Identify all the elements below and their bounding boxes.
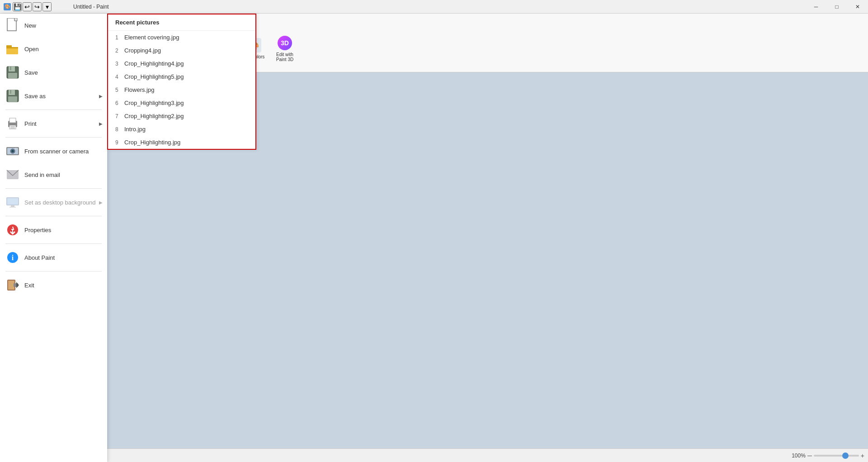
recent-file-6: Crop_Highlighting3.jpg: [124, 100, 184, 106]
open-label: Open: [24, 46, 39, 52]
minimize-button[interactable]: ─: [806, 0, 826, 14]
redo-quick-btn[interactable]: ↪: [33, 2, 42, 11]
recent-item-1[interactable]: 1 Element covering.jpg: [108, 31, 255, 44]
recent-item-9[interactable]: 9 Crop_Highlighting.jpg: [108, 136, 255, 149]
recent-num-6: 6: [115, 100, 124, 106]
recent-num-1: 1: [115, 34, 124, 41]
open-icon: [5, 42, 20, 56]
recent-file-3: Crop_Highlighting4.jpg: [124, 60, 184, 67]
recent-num-4: 4: [115, 74, 124, 80]
recent-num-5: 5: [115, 87, 124, 93]
window-controls: ─ □ ✕: [806, 0, 868, 14]
scanner-icon: [5, 144, 20, 158]
edit-paint3d-button[interactable]: 3D Edit with Paint 3D: [271, 31, 298, 67]
svg-marker-39: [16, 282, 19, 288]
window-title: Untitled - Paint: [73, 4, 109, 10]
print-arrow: ▶: [99, 121, 103, 126]
menu-item-about[interactable]: i About Paint: [0, 246, 107, 269]
undo-quick-btn[interactable]: ↩: [23, 2, 32, 11]
svg-rect-9: [6, 47, 18, 48]
svg-rect-30: [7, 198, 18, 205]
desktop-icon: [5, 195, 20, 210]
zoom-slider-track[interactable]: [814, 455, 859, 457]
separator-4: [5, 216, 102, 216]
svg-rect-17: [8, 96, 17, 102]
recent-item-4[interactable]: 4 Crop_Highlighting5.jpg: [108, 70, 255, 83]
menu-item-properties[interactable]: Properties: [0, 218, 107, 242]
menu-item-scanner[interactable]: From scanner or camera: [0, 139, 107, 163]
zoom-out-button[interactable]: ─: [807, 452, 812, 459]
canvas-surface[interactable]: [262, 81, 868, 448]
zoom-controls: 100% ─ +: [792, 452, 864, 459]
recent-panel: Recent pictures 1 Element covering.jpg 2…: [107, 14, 256, 150]
recent-file-1: Element covering.jpg: [124, 34, 179, 41]
svg-rect-19: [9, 118, 16, 123]
svg-rect-13: [8, 73, 17, 78]
save-as-arrow: ▶: [99, 94, 103, 99]
exit-icon: [5, 278, 20, 292]
zoom-value: 100%: [792, 452, 806, 459]
svg-rect-11: [9, 67, 15, 71]
recent-item-7[interactable]: 7 Crop_Highlighting2.jpg: [108, 110, 255, 123]
zoom-in-button[interactable]: +: [861, 452, 864, 459]
recent-header: Recent pictures: [108, 14, 255, 31]
titlebar-left: 🎨 💾 ↩ ↪ ▾ Untitled - Paint: [0, 2, 109, 11]
paint3d-icon: 3D: [278, 36, 292, 50]
save-as-icon: [5, 89, 20, 103]
separator-3: [5, 188, 102, 189]
titlebar: 🎨 💾 ↩ ↪ ▾ Untitled - Paint ─ □ ✕: [0, 0, 868, 14]
menu-item-email[interactable]: Send in email: [0, 163, 107, 186]
about-label: About Paint: [24, 254, 55, 261]
exit-label: Exit: [24, 282, 34, 289]
maximize-button[interactable]: □: [826, 0, 847, 14]
separator-2: [5, 137, 102, 138]
menu-item-open[interactable]: Open: [0, 37, 107, 61]
properties-label: Properties: [24, 227, 51, 233]
recent-item-8[interactable]: 8 Intro.jpg: [108, 123, 255, 136]
email-label: Send in email: [24, 171, 60, 178]
menu-item-print[interactable]: Print ▶: [0, 112, 107, 135]
svg-point-26: [11, 150, 14, 152]
menu-item-new[interactable]: New: [0, 14, 107, 37]
recent-file-2: Cropping4.jpg: [124, 47, 161, 54]
menu-item-desktop[interactable]: Set as desktop background ▶: [0, 191, 107, 214]
separator-5: [5, 243, 102, 244]
save-label: Save: [24, 69, 38, 76]
about-icon: i: [5, 250, 20, 265]
recent-item-3[interactable]: 3 Crop_Highlighting4.jpg: [108, 57, 255, 70]
svg-rect-20: [9, 125, 16, 129]
recent-num-9: 9: [115, 139, 124, 146]
separator-1: [5, 110, 102, 110]
recent-file-7: Crop_Highlighting2.jpg: [124, 113, 184, 119]
separator-6: [5, 271, 102, 271]
svg-rect-31: [11, 205, 14, 207]
file-menu: New Open Save: [0, 14, 107, 462]
svg-text:i: i: [12, 254, 14, 262]
properties-icon: [5, 223, 20, 237]
recent-item-2[interactable]: 2 Cropping4.jpg: [108, 44, 255, 57]
save-quick-btn[interactable]: 💾: [13, 2, 22, 11]
recent-file-4: Crop_Highlighting5.jpg: [124, 73, 184, 80]
svg-rect-21: [10, 126, 15, 127]
menu-item-save-as[interactable]: Save as ▶: [0, 84, 107, 108]
customize-quick-btn[interactable]: ▾: [42, 2, 52, 11]
edit-paint3d-label: Edit with Paint 3D: [271, 52, 298, 62]
statusbar: ✛ ⬚ ⬚ 599 × 612px 100% ─ +: [0, 448, 868, 462]
svg-point-27: [15, 148, 17, 149]
app-icon: 🎨: [4, 3, 11, 10]
zoom-slider-thumb[interactable]: [842, 452, 849, 459]
save-as-label: Save as: [24, 93, 46, 100]
svg-rect-37: [8, 281, 14, 290]
svg-rect-16: [10, 90, 11, 94]
recent-item-6[interactable]: 6 Crop_Highlighting3.jpg: [108, 96, 255, 110]
close-button[interactable]: ✕: [847, 0, 868, 14]
recent-item-5[interactable]: 5 Flowers.jpg: [108, 83, 255, 96]
recent-num-8: 8: [115, 126, 124, 133]
svg-rect-22: [10, 128, 15, 129]
print-label: Print: [24, 120, 37, 127]
new-label: New: [24, 22, 36, 29]
menu-item-exit[interactable]: Exit: [0, 273, 107, 297]
recent-num-2: 2: [115, 48, 124, 54]
print-icon: [5, 116, 20, 131]
menu-item-save[interactable]: Save: [0, 61, 107, 84]
